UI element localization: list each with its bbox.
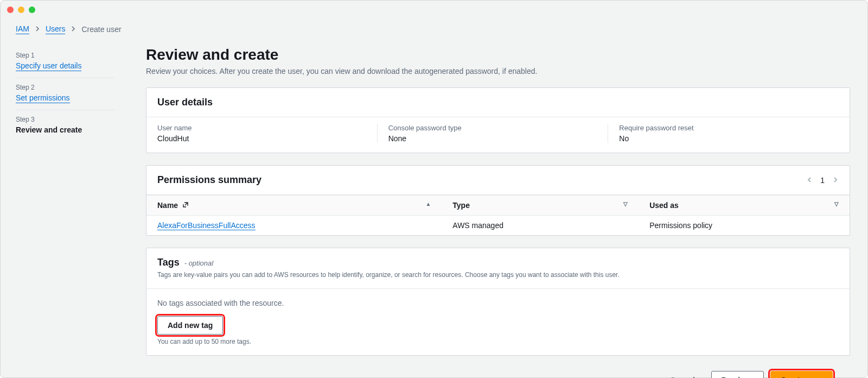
console-password-col: Console password type None [377,124,608,143]
main-content: Review and create Review your choices. A… [125,19,867,377]
chevron-right-icon [71,26,76,33]
create-user-button[interactable]: Create user [770,371,833,378]
sort-icon: ▽ [623,201,628,207]
page-prev-icon[interactable] [806,175,813,185]
page-next-icon[interactable] [832,175,839,185]
policy-type: AWS managed [442,216,639,236]
field-value: None [388,134,608,143]
window-minimize-icon[interactable] [18,7,24,13]
external-link-icon [182,201,189,208]
field-value: CloudHut [157,134,377,143]
breadcrumb: IAM Users Create user [16,24,122,34]
panel-desc: Tags are key-value pairs you can add to … [157,270,620,280]
policy-used-as: Permissions policy [639,216,850,236]
wizard-step-3: Step 3 Review and create [16,110,114,142]
step-label: Step 3 [16,116,114,123]
tags-empty-text: No tags associated with the resource. [157,299,839,307]
require-reset-col: Require password reset No [608,124,839,143]
breadcrumb-users[interactable]: Users [46,24,66,34]
col-type-label: Type [452,201,470,210]
step-title: Review and create [16,125,82,134]
permissions-table: Name ▲ Type ▽ Used as [146,195,850,235]
panel-title: Permissions summary [157,174,261,186]
panel-title: Tags - optional [157,257,620,268]
user-name-col: User name CloudHut [157,124,377,143]
optional-label: - optional [184,259,213,267]
user-details-grid: User name CloudHut Console password type… [146,117,850,153]
app-window: IAM Users Create user Step 1 Specify use… [0,0,868,378]
breadcrumb-current: Create user [81,25,121,34]
page-number: 1 [820,176,825,185]
step-title[interactable]: Specify user details [16,61,81,71]
wizard-step-2[interactable]: Step 2 Set permissions [16,78,114,110]
page-subtitle: Review your choices. After you create th… [146,67,850,75]
field-label: Console password type [388,124,608,132]
chevron-right-icon [35,26,40,33]
sort-icon: ▽ [834,201,839,207]
field-label: Require password reset [619,124,839,132]
window-zoom-icon[interactable] [29,7,35,13]
cancel-button[interactable]: Cancel [660,371,705,378]
step-label: Step 1 [16,52,114,59]
field-label: User name [157,124,377,132]
wizard-step-1[interactable]: Step 1 Specify user details [16,46,114,78]
wizard-footer: Cancel Previous Create user [146,368,850,378]
breadcrumb-iam[interactable]: IAM [16,24,29,34]
permissions-panel: Permissions summary 1 [146,165,850,236]
page-title: Review and create [146,46,850,64]
panel-header: Permissions summary 1 [146,166,850,195]
policy-link[interactable]: AlexaForBusinessFullAccess [157,221,256,230]
previous-button[interactable]: Previous [711,371,764,378]
pager: 1 [806,175,839,185]
tags-title-text: Tags [157,257,180,268]
tags-panel: Tags - optional Tags are key-value pairs… [146,248,850,356]
window-close-icon[interactable] [7,7,14,13]
col-used-as[interactable]: Used as ▽ [639,196,850,216]
titlebar [1,1,867,19]
user-details-panel: User details User name CloudHut Console … [146,87,850,153]
wizard-steps: Step 1 Specify user details Step 2 Set p… [1,19,125,377]
table-row: AlexaForBusinessFullAccess AWS managed P… [146,216,850,236]
panel-title: User details [157,97,213,108]
col-type[interactable]: Type ▽ [442,196,639,216]
step-title[interactable]: Set permissions [16,93,70,103]
tags-hint: You can add up to 50 more tags. [157,338,839,345]
step-label: Step 2 [16,84,114,91]
col-name-label: Name [157,201,178,210]
field-value: No [619,134,839,143]
col-name[interactable]: Name ▲ [146,196,442,216]
tags-body: No tags associated with the resource. Ad… [146,288,850,355]
add-new-tag-button[interactable]: Add new tag [157,316,223,335]
col-used-as-label: Used as [649,201,679,210]
panel-header: Tags - optional Tags are key-value pairs… [146,248,850,288]
panel-header: User details [146,88,850,117]
sort-asc-icon: ▲ [425,201,431,207]
